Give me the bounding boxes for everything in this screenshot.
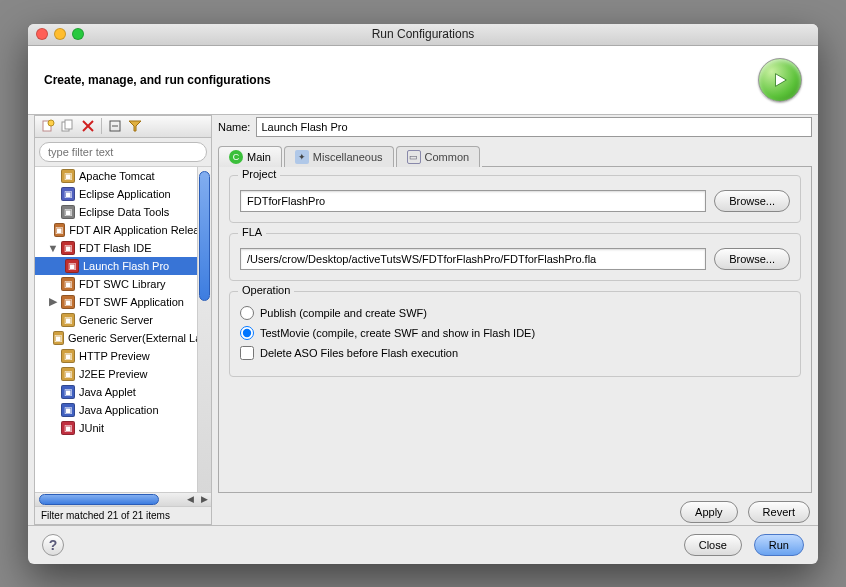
tree-item[interactable]: ▣FDT AIR Application Release [35,221,211,239]
tree-item-label: Eclipse Application [79,188,171,200]
project-browse-button[interactable]: Browse... [714,190,790,212]
delete-aso-checkbox[interactable] [240,346,254,360]
disclosure-icon[interactable]: ▶ [49,295,57,308]
tree-item[interactable]: ▣FDT SWC Library [35,275,211,293]
collapse-all-icon[interactable] [106,117,124,135]
tree-item[interactable]: ▣Generic Server(External Launch) [35,329,211,347]
filter-menu-icon[interactable] [126,117,144,135]
publish-radio[interactable] [240,306,254,320]
dialog-body: ▣Apache Tomcat▣Eclipse Application▣Eclip… [28,115,818,525]
config-type-icon: ▣ [65,259,79,273]
filter-status: Filter matched 21 of 21 items [35,506,211,524]
dialog-heading: Create, manage, and run configurations [44,73,271,87]
sidebar: ▣Apache Tomcat▣Eclipse Application▣Eclip… [34,115,212,525]
config-type-icon: ▣ [61,367,75,381]
svg-rect-4 [65,120,72,129]
tree-item-label: Java Application [79,404,159,416]
duplicate-config-icon[interactable] [59,117,77,135]
tab-label: Common [425,151,470,163]
apply-revert-row: Apply Revert [218,493,812,525]
name-input[interactable] [256,117,812,137]
delete-config-icon[interactable] [79,117,97,135]
config-type-icon: ▣ [61,349,75,363]
help-icon[interactable]: ? [42,534,64,556]
project-legend: Project [238,168,280,180]
config-type-icon: ▣ [53,331,64,345]
new-config-icon[interactable] [39,117,57,135]
config-type-icon: ▣ [61,421,75,435]
config-type-icon: ▣ [61,403,75,417]
testmovie-radio[interactable] [240,326,254,340]
filter-row [35,138,211,167]
testmovie-label: TestMovie (compile, create SWF and show … [260,327,535,339]
tree-item-label: Java Applet [79,386,136,398]
sidebar-toolbar [35,116,211,138]
fla-browse-button[interactable]: Browse... [714,248,790,270]
tab-label: Miscellaneous [313,151,383,163]
disclosure-icon[interactable]: ▼ [49,242,57,254]
tree-item-label: Generic Server [79,314,153,326]
config-type-icon: ▣ [61,169,75,183]
tree-item-label: HTTP Preview [79,350,150,362]
run-button[interactable]: Run [754,534,804,556]
tree-item-label: Eclipse Data Tools [79,206,169,218]
tab-miscellaneous[interactable]: ✦ Miscellaneous [284,146,394,167]
tree-item[interactable]: ▣HTTP Preview [35,347,211,365]
tree-item[interactable]: ▣Eclipse Data Tools [35,203,211,221]
svg-marker-0 [776,73,787,86]
tree-item[interactable]: ▣JUnit [35,419,211,437]
tree-item[interactable]: ▶▣FDT SWF Application [35,293,211,311]
tree-item[interactable]: ▣Java Applet [35,383,211,401]
tree-item[interactable]: ▣Eclipse Application [35,185,211,203]
tree-item-child[interactable]: ▣Launch Flash Pro [35,257,211,275]
tree-item-label: FDT SWC Library [79,278,166,290]
name-row: Name: [218,115,812,143]
config-type-icon: ▣ [61,205,75,219]
config-tree[interactable]: ▣Apache Tomcat▣Eclipse Application▣Eclip… [35,167,211,492]
tree-item-label: JUnit [79,422,104,434]
tree-item-label: FDT SWF Application [79,296,184,308]
hscroll-right-icon[interactable]: ▶ [197,493,211,506]
project-input[interactable] [240,190,706,212]
svg-point-2 [48,120,54,126]
operation-legend: Operation [238,284,294,296]
tab-panel: Project Browse... FLA Browse... Operatio… [218,167,812,493]
tree-item-label: FDT Flash IDE [79,242,152,254]
config-type-icon: ▣ [61,187,75,201]
config-type-icon: ▣ [54,223,65,237]
name-label: Name: [218,121,250,133]
tab-common[interactable]: ▭ Common [396,146,481,167]
tree-item-label: Apache Tomcat [79,170,155,182]
tree-item[interactable]: ▣Generic Server [35,311,211,329]
config-type-icon: ▣ [61,313,75,327]
tree-item[interactable]: ▣Apache Tomcat [35,167,211,185]
run-badge-icon [758,58,802,102]
apply-button[interactable]: Apply [680,501,738,523]
config-type-icon: ▣ [61,385,75,399]
tree-item-label: Generic Server(External Launch) [68,332,211,344]
hscroll-thumb[interactable] [39,494,159,505]
vertical-scrollbar[interactable] [197,167,211,492]
svg-marker-9 [129,121,141,131]
scroll-thumb[interactable] [199,171,210,301]
tree-item[interactable]: ▣Java Application [35,401,211,419]
main-tab-icon: C [229,150,243,164]
revert-button[interactable]: Revert [748,501,810,523]
project-group: Project Browse... [229,175,801,223]
tab-main[interactable]: C Main [218,146,282,167]
titlebar: Run Configurations [28,24,818,46]
common-tab-icon: ▭ [407,150,421,164]
tree-item[interactable]: ▼▣FDT Flash IDE [35,239,211,257]
operation-group: Operation Publish (compile and create SW… [229,291,801,377]
hscroll-left-icon[interactable]: ◀ [183,493,197,506]
fla-input[interactable] [240,248,706,270]
filter-input[interactable] [39,142,207,162]
fla-legend: FLA [238,226,266,238]
close-button[interactable]: Close [684,534,742,556]
details-pane: Name: C Main ✦ Miscellaneous ▭ Common [212,115,812,525]
config-type-icon: ▣ [61,241,75,255]
tree-item[interactable]: ▣J2EE Preview [35,365,211,383]
dialog-footer: ? Close Run [28,525,818,564]
horizontal-scrollbar[interactable]: ◀ ▶ [35,492,211,506]
dialog-window: Run Configurations Create, manage, and r… [28,24,818,564]
